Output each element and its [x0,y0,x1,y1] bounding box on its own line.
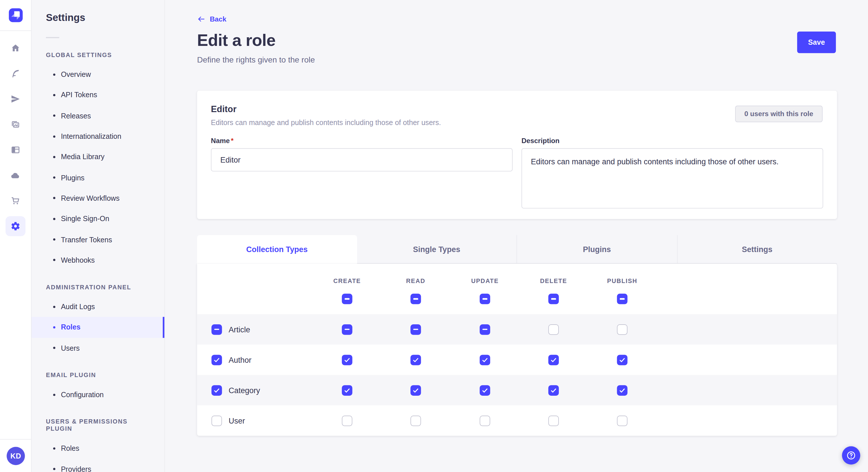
bullet-icon [53,176,55,179]
sidebar-item-providers[interactable]: Providers [32,459,164,472]
sidebar-item-label: Webhooks [61,256,95,264]
category-read-checkbox[interactable] [410,385,421,396]
rail-item-layout[interactable] [5,140,25,160]
name-field-group: Name* [211,137,513,210]
select-all-create-checkbox[interactable] [342,294,352,304]
sidebar-item-label: Configuration [61,391,104,399]
author-publish-checkbox[interactable] [617,355,627,365]
row-select-user-checkbox[interactable] [212,415,222,426]
cloud-icon [11,170,21,180]
cart-icon [11,196,21,206]
author-delete-checkbox[interactable] [548,355,559,365]
main-nav-rail: KD [0,0,32,472]
name-input[interactable] [211,148,513,171]
back-link[interactable]: Back [197,15,226,23]
tab-single-types[interactable]: Single Types [357,235,516,264]
sidebar-item-label: Media Library [61,153,104,161]
user-delete-checkbox[interactable] [548,415,559,426]
category-update-checkbox[interactable] [479,385,490,396]
app-window: KD Settings GLOBAL SETTINGSOverviewAPI T… [0,0,868,472]
category-create-checkbox[interactable] [342,385,352,396]
select-all-publish-checkbox[interactable] [617,294,627,304]
sidebar-item-api-tokens[interactable]: API Tokens [32,85,164,105]
sidebar-item-label: Single Sign-On [61,215,110,223]
row-select-category-checkbox[interactable] [212,385,222,396]
main-content: Back Edit a role Define the rights given… [165,0,868,472]
sidebar-item-releases[interactable]: Releases [32,105,164,126]
bullet-icon [53,73,55,76]
sidebar-item-label: Overview [61,70,91,78]
sidebar-item-label: Roles [61,323,81,332]
rail-nav [0,38,31,236]
category-delete-checkbox[interactable] [548,385,559,396]
select-all-wrapper [548,294,559,304]
sidebar-item-transfer-tokens[interactable]: Transfer Tokens [32,229,164,250]
tab-collection-types[interactable]: Collection Types [197,235,357,264]
rail-item-cloud[interactable] [5,165,25,185]
rail-item-images[interactable] [5,114,25,134]
rail-item-home[interactable] [5,38,25,58]
tab-settings[interactable]: Settings [677,235,837,264]
permission-row-author: Author [197,344,837,375]
user-publish-checkbox[interactable] [617,415,627,426]
user-update-checkbox[interactable] [479,415,490,426]
sidebar-item-label: API Tokens [61,91,97,99]
sidebar-item-plugins[interactable]: Plugins [32,167,164,188]
user-create-checkbox[interactable] [342,415,352,426]
sidebar-item-label: Providers [61,465,91,472]
bullet-icon [53,259,55,261]
bullet-icon [53,468,55,470]
rail-item-gear[interactable] [5,216,25,236]
description-input[interactable]: Editors can manage and publish contents … [522,148,823,208]
permission-row-label: Category [228,386,260,395]
author-read-checkbox[interactable] [410,355,421,365]
row-select-author-checkbox[interactable] [212,355,222,365]
sidebar-item-roles[interactable]: Roles [32,317,164,338]
feather-icon [11,69,21,78]
sidebar-item-single-sign-on[interactable]: Single Sign-On [32,208,164,229]
role-subtitle: Editors can manage and publish contents … [211,119,441,127]
rail-item-cart[interactable] [5,191,25,210]
help-button[interactable] [842,446,860,465]
author-update-checkbox[interactable] [479,355,490,365]
sidebar-item-roles[interactable]: Roles [32,438,164,459]
sidebar-item-review-workflows[interactable]: Review Workflows [32,188,164,208]
sidebar-item-overview[interactable]: Overview [32,64,164,85]
author-create-checkbox[interactable] [342,355,352,365]
permissions-panel: CREATEREADUPDATEDELETEPUBLISHArticleAuth… [197,264,837,436]
select-all-delete-checkbox[interactable] [548,294,559,304]
article-publish-checkbox[interactable] [617,324,627,335]
select-all-wrapper [617,294,627,304]
row-select-article-checkbox[interactable] [212,324,222,335]
sidebar-section-heading: GLOBAL SETTINGS [46,51,150,59]
permission-row-category: Category [197,375,837,405]
article-update-checkbox[interactable] [479,324,490,335]
tabs: Collection TypesSingle TypesPluginsSetti… [197,235,837,264]
rail-item-feather[interactable] [5,64,25,83]
strapi-logo[interactable] [9,8,22,22]
article-read-checkbox[interactable] [410,324,421,335]
paper-plane-icon [11,94,21,104]
permission-row-label: User [228,416,245,425]
sidebar-item-media-library[interactable]: Media Library [32,146,164,167]
select-all-update-checkbox[interactable] [479,294,490,304]
rail-item-paper-plane[interactable] [5,89,25,109]
sidebar-item-audit-logs[interactable]: Audit Logs [32,297,164,317]
save-button[interactable]: Save [797,32,836,53]
role-form: Name* Description Editors can manage and… [211,137,823,210]
sidebar-item-configuration[interactable]: Configuration [32,384,164,405]
select-all-read-checkbox[interactable] [410,294,421,304]
bullet-icon [53,306,55,308]
sidebar-item-internationalization[interactable]: Internationalization [32,126,164,147]
avatar[interactable]: KD [7,447,25,465]
sidebar-item-webhooks[interactable]: Webhooks [32,250,164,270]
user-read-checkbox[interactable] [410,415,421,426]
tab-plugins[interactable]: Plugins [516,235,677,264]
bullet-icon [53,135,55,138]
article-create-checkbox[interactable] [342,324,352,335]
sidebar-item-label: Plugins [61,173,84,182]
role-details-card: Editor Editors can manage and publish co… [197,91,837,219]
article-delete-checkbox[interactable] [548,324,559,335]
sidebar-item-users[interactable]: Users [32,338,164,359]
category-publish-checkbox[interactable] [617,385,627,396]
